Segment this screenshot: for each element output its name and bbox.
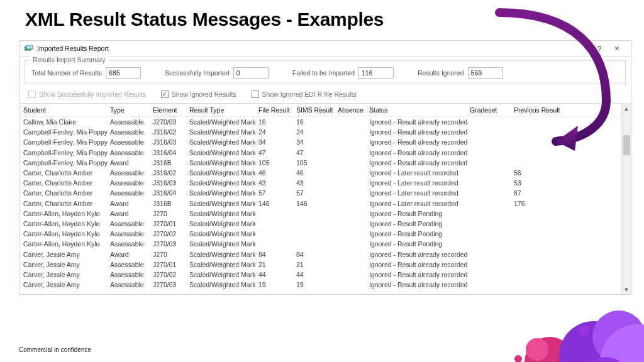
cell-student: Campbell-Fenley, Mia Poppy — [23, 159, 110, 167]
successfully-imported-value[interactable] — [233, 67, 269, 79]
cell-rtype: Scaled/Weighted Mark — [189, 179, 258, 187]
svg-rect-1 — [26, 45, 33, 49]
cell-status: Ignored - Result Pending — [369, 210, 470, 217]
table-row[interactable]: Callow, Mia ClaireAssessableJ270/03Scale… — [19, 117, 621, 127]
cell-sims: 84 — [296, 251, 338, 258]
results-ignored-field: Results Ignored — [418, 67, 503, 79]
cell-student: Carter, Charlotte Amber — [23, 179, 110, 187]
cell-type: Award — [110, 159, 153, 167]
cell-rtype: Scaled/Weighted Mark — [189, 261, 258, 268]
table-row[interactable]: Carver, Jessie AmyAssessableJ270/03Scale… — [19, 280, 621, 290]
cell-element: J270/02 — [153, 230, 189, 238]
cell-prev: 176 — [514, 200, 564, 207]
cell-status: Ignored - Result Pending — [369, 230, 470, 238]
cell-type: Assessable — [110, 128, 153, 136]
show-ignored-edi-checkbox[interactable]: Show Ignored EDI R file Results — [252, 90, 357, 98]
cell-element: J316/03 — [153, 138, 189, 146]
cell-student: Campbell-Fenley, Mia Poppy — [23, 128, 110, 136]
cell-file: 24 — [258, 128, 296, 136]
table-row[interactable]: Carter, Charlotte AmberAwardJ316BScaled/… — [19, 199, 621, 209]
scroll-down-arrow-icon[interactable]: ▼ — [622, 285, 631, 294]
cell-sims: 34 — [296, 138, 338, 146]
table-row[interactable]: Carter-Allen, Hayden KyleAwardJ270Scaled… — [19, 209, 621, 219]
col-sims-result[interactable]: SIMS Result — [296, 106, 338, 114]
svg-point-11 — [579, 326, 589, 336]
vertical-scrollbar[interactable]: ▲ ▼ — [621, 104, 631, 294]
cell-type: Award — [110, 200, 153, 207]
total-results-value[interactable] — [106, 67, 141, 79]
help-button[interactable]: ? — [591, 44, 608, 53]
svg-point-5 — [559, 321, 628, 362]
scroll-up-arrow-icon[interactable]: ▲ — [622, 104, 631, 113]
col-student[interactable]: Student — [23, 106, 110, 114]
cell-sims: 16 — [296, 118, 338, 126]
table-row[interactable]: Carter, Charlotte AmberAssessableJ316/04… — [19, 188, 621, 198]
table-row[interactable]: Campbell-Fenley, Mia PoppyAwardJ316BScal… — [19, 158, 621, 168]
cell-status: Ignored - Later result recorded — [369, 189, 470, 197]
table-row[interactable]: Carter, Charlotte AmberAssessableJ316/02… — [19, 168, 621, 178]
col-type[interactable]: Type — [110, 106, 153, 114]
cell-type: Assessable — [110, 230, 153, 238]
footer-confidential: Commercial in confidence — [19, 346, 91, 353]
cell-type: Assessable — [110, 179, 153, 187]
cell-rtype: Scaled/Weighted Mark — [189, 240, 258, 248]
col-result-type[interactable]: Result Type — [189, 106, 258, 114]
col-gradeset[interactable]: Gradeset — [470, 106, 514, 114]
table-row[interactable]: Carter, Charlotte AmberAssessableJ316/03… — [19, 178, 621, 188]
col-absence[interactable]: Absence — [338, 106, 369, 114]
table-row[interactable]: Campbell-Fenley, Mia PoppyAssessableJ316… — [19, 148, 621, 158]
cell-status: Ignored - Result already recorded — [369, 138, 470, 146]
show-ignored-label: Show Ignored Results — [172, 90, 236, 98]
table-row[interactable]: Campbell-Fenley, Mia PoppyAssessableJ316… — [19, 127, 621, 137]
col-previous-result[interactable]: Previous Result — [514, 106, 564, 114]
cell-file: 146 — [258, 200, 296, 207]
table-row[interactable]: Campbell-Fenley, Mia PoppyAssessableJ316… — [19, 137, 621, 147]
cell-status: Ignored - Result already recorded — [369, 251, 470, 258]
failed-imported-value[interactable] — [358, 67, 394, 79]
col-file-result[interactable]: File Result — [258, 106, 296, 114]
cell-rtype: Scaled/Weighted Mark — [189, 128, 258, 136]
cell-student: Carter, Charlotte Amber — [23, 189, 110, 197]
show-success-checkbox[interactable]: Show Successfully Imported Results — [28, 90, 146, 98]
cell-sims: 24 — [296, 128, 338, 136]
cell-prev: 56 — [514, 169, 564, 177]
cell-student: Carter-Allen, Hayden Kyle — [23, 230, 110, 238]
cell-element: J316/02 — [153, 169, 189, 177]
cell-element: J316/03 — [153, 179, 189, 187]
cell-rtype: Scaled/Weighted Mark — [189, 149, 258, 156]
svg-point-2 — [525, 337, 575, 362]
cell-element: J316B — [153, 200, 189, 207]
results-ignored-value[interactable] — [468, 67, 503, 79]
table-row[interactable]: Carter-Allen, Hayden KyleAssessableJ270/… — [19, 239, 621, 249]
cell-sims: 47 — [296, 149, 338, 156]
col-element[interactable]: Element — [153, 106, 189, 114]
cell-element: J316/04 — [153, 189, 189, 197]
results-import-summary-group: Results Import Summary Total Number of R… — [25, 60, 626, 84]
cell-file: 57 — [258, 189, 296, 197]
show-ignored-edi-label: Show Ignored EDI R file Results — [262, 90, 357, 98]
close-button[interactable]: × — [608, 43, 626, 53]
table-row[interactable]: Carver, Jessie AmyAwardJ270Scaled/Weight… — [19, 249, 621, 259]
scroll-thumb[interactable] — [623, 135, 630, 155]
page-title: XML Result Status Messages - Examples — [0, 0, 644, 35]
cell-student: Campbell-Fenley, Mia Poppy — [23, 138, 110, 146]
app-icon — [25, 45, 33, 52]
cell-element: J270/03 — [153, 118, 189, 126]
cell-element: J270/03 — [153, 281, 189, 288]
checkbox-icon — [252, 90, 259, 98]
cell-file: 47 — [258, 149, 296, 156]
cell-rtype: Scaled/Weighted Mark — [189, 271, 258, 278]
table-row[interactable]: Carter-Allen, Hayden KyleAssessableJ270/… — [19, 219, 621, 229]
cell-type: Assessable — [110, 118, 153, 126]
svg-point-6 — [592, 310, 644, 362]
cell-status: Ignored - Result Pending — [369, 220, 470, 228]
table-row[interactable]: Carver, Jessie AmyAssessableJ270/02Scale… — [19, 270, 621, 280]
col-status[interactable]: Status — [369, 106, 470, 114]
table-row[interactable]: Carter-Allen, Hayden KyleAssessableJ270/… — [19, 229, 621, 239]
window-title: Imported Results Report — [37, 45, 109, 52]
cell-element: J270/03 — [153, 240, 189, 248]
cell-file: 21 — [258, 261, 296, 268]
table-row[interactable]: Carver, Jessie AmyAssessableJ270/01Scale… — [19, 260, 621, 270]
show-ignored-checkbox[interactable]: Show Ignored Results — [161, 90, 236, 98]
cell-student: Carter, Charlotte Amber — [23, 169, 110, 177]
